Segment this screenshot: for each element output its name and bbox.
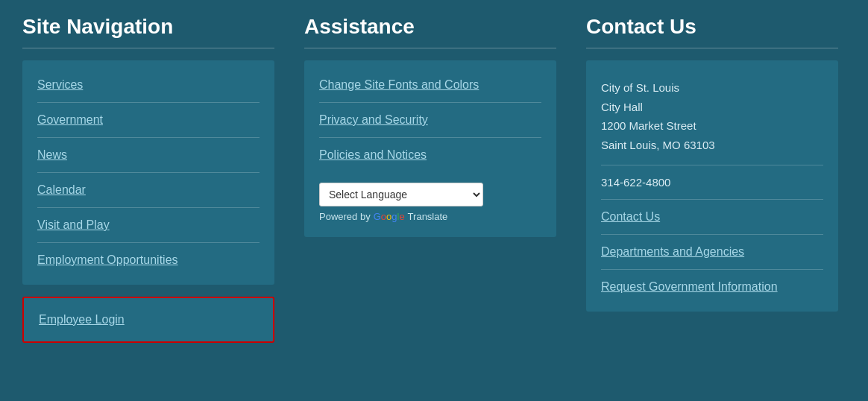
footer-navigation: Site Navigation Services Government News…: [0, 0, 868, 365]
address-line1: City of St. Louis: [601, 78, 823, 98]
powered-by-text: Powered by: [319, 211, 371, 222]
contact-link-departments[interactable]: Departments and Agencies: [601, 235, 823, 270]
contact-link-request-info[interactable]: Request Government Information: [601, 270, 823, 304]
contact-us-title: Contact Us: [586, 15, 838, 48]
nav-link-government[interactable]: Government: [37, 103, 260, 138]
nav-link-calendar[interactable]: Calendar: [37, 173, 260, 208]
contact-phone: 314-622-4800: [601, 165, 823, 200]
google-logo: Google: [374, 211, 405, 222]
language-select[interactable]: Select Language: [319, 183, 483, 206]
assistance-links-card: Change Site Fonts and Colors Privacy and…: [304, 60, 556, 237]
address-line4: Saint Louis, MO 63103: [601, 136, 823, 155]
assistance-title: Assistance: [304, 15, 556, 48]
employee-login-card: Employee Login: [22, 297, 274, 343]
translate-section: Select Language Powered by Google Transl…: [319, 172, 541, 230]
nav-link-employment[interactable]: Employment Opportunities: [37, 243, 260, 277]
assistance-link-privacy[interactable]: Privacy and Security: [319, 103, 541, 138]
site-navigation-title: Site Navigation: [22, 15, 274, 48]
nav-link-services[interactable]: Services: [37, 68, 260, 103]
contact-us-column: Contact Us City of St. Louis City Hall 1…: [571, 15, 853, 343]
contact-link-contact-us[interactable]: Contact Us: [601, 200, 823, 235]
powered-by-label: Powered by Google Translate: [319, 211, 541, 222]
assistance-link-policies[interactable]: Policies and Notices: [319, 138, 541, 172]
assistance-column: Assistance Change Site Fonts and Colors …: [289, 15, 571, 343]
contact-address: City of St. Louis City Hall 1200 Market …: [601, 68, 823, 165]
address-line2: City Hall: [601, 98, 823, 117]
nav-links-card: Services Government News Calendar Visit …: [22, 60, 274, 285]
address-line3: 1200 Market Street: [601, 116, 823, 136]
contact-us-card: City of St. Louis City Hall 1200 Market …: [586, 60, 838, 312]
translate-text: Translate: [408, 211, 448, 222]
assistance-link-fonts[interactable]: Change Site Fonts and Colors: [319, 68, 541, 103]
site-navigation-column: Site Navigation Services Government News…: [15, 15, 289, 343]
nav-link-visit-play[interactable]: Visit and Play: [37, 208, 260, 243]
nav-link-news[interactable]: News: [37, 138, 260, 173]
employee-login-link[interactable]: Employee Login: [39, 306, 258, 334]
